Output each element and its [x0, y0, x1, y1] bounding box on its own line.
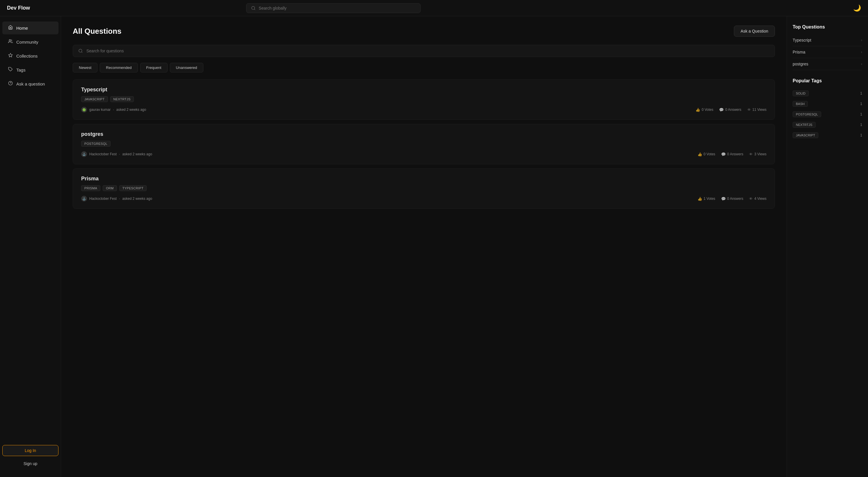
- comment-icon: 💬: [719, 107, 724, 112]
- vote-count: 0 Votes: [702, 107, 713, 112]
- tag-badge[interactable]: PRISMA: [81, 185, 100, 191]
- view-stat: 👁 11 Views: [747, 107, 767, 112]
- question-card[interactable]: postgres POSTGRESQL ⚓ Hackoctober Fest ·…: [73, 124, 775, 164]
- question-card[interactable]: Typescript JAVASCRIPT NEXTRTJS 🟢 gaurav …: [73, 80, 775, 120]
- sidebar-item-tags[interactable]: Tags: [2, 63, 59, 76]
- question-search-bar[interactable]: [73, 45, 775, 57]
- popular-tags-section: Popular Tags SOLID 1 BASH 1 POSTGRESQL 1…: [793, 78, 862, 140]
- view-count: 3 Views: [754, 152, 767, 156]
- svg-point-0: [252, 6, 255, 9]
- popular-tag-item: BASH 1: [793, 99, 862, 109]
- question-asked-time: asked 2 weeks ago: [122, 152, 152, 156]
- vote-stat: 👍 1 Votes: [698, 197, 715, 201]
- popular-tag-count: 1: [860, 133, 862, 137]
- answer-count: 0 Answers: [727, 197, 743, 201]
- sidebar-item-collections[interactable]: Collections: [2, 50, 59, 62]
- question-title: Typescript: [81, 87, 767, 93]
- vote-stat: 👍 0 Votes: [695, 107, 713, 112]
- top-question-item[interactable]: Typescript ›: [793, 34, 862, 46]
- tag-badge[interactable]: TYPESCRIPT: [119, 185, 147, 191]
- view-stat: 👁 3 Views: [749, 152, 767, 157]
- tag-badge[interactable]: ORM: [103, 185, 117, 191]
- page-title: All Questions: [73, 27, 122, 36]
- vote-count: 1 Votes: [704, 197, 715, 201]
- ask-question-icon: [8, 81, 13, 87]
- sidebar-bottom: Log In Sign up: [0, 442, 61, 472]
- popular-tag-item: NEXTRTJS 1: [793, 120, 862, 130]
- author-avatar: 🟢: [81, 107, 87, 113]
- right-sidebar: Top Questions Typescript › Prisma › post…: [786, 16, 868, 477]
- popular-tag-badge[interactable]: NEXTRTJS: [793, 122, 816, 128]
- main-content: All Questions Ask a Question Newest Reco…: [61, 16, 786, 477]
- popular-tag-badge[interactable]: JAVASCRIPT: [793, 132, 818, 138]
- svg-line-1: [254, 9, 255, 10]
- sidebar-item-home-label: Home: [16, 26, 28, 31]
- tag-badge[interactable]: NEXTRTJS: [110, 96, 134, 102]
- top-question-item[interactable]: postgres ›: [793, 58, 862, 70]
- svg-marker-3: [8, 53, 12, 57]
- theme-toggle-button[interactable]: 🌙: [853, 4, 861, 12]
- main-layout: Home Community Collections Tags Ask a qu…: [0, 16, 868, 477]
- question-tags-row: PRISMA ORM TYPESCRIPT: [81, 185, 767, 191]
- svg-line-8: [82, 52, 82, 53]
- filter-tab-frequent[interactable]: Frequent: [140, 63, 167, 72]
- question-card[interactable]: Prisma PRISMA ORM TYPESCRIPT ⚓ Hackoctob…: [73, 168, 775, 209]
- question-asked-time: asked 2 weeks ago: [116, 107, 146, 112]
- author-avatar: ⚓: [81, 196, 87, 201]
- question-meta: 🟢 gaurav kumar · asked 2 weeks ago 👍 0 V…: [81, 107, 767, 113]
- vote-stat: 👍 0 Votes: [698, 152, 715, 157]
- author-name: Hackoctober Fest: [89, 197, 117, 201]
- popular-tag-count: 1: [860, 112, 862, 116]
- answer-count: 0 Answers: [727, 152, 743, 156]
- question-author: ⚓ Hackoctober Fest · asked 2 weeks ago: [81, 196, 152, 201]
- question-title: Prisma: [81, 176, 767, 182]
- tag-badge[interactable]: POSTGRESQL: [81, 141, 111, 147]
- popular-tag-item: POSTGRESQL 1: [793, 109, 862, 120]
- svg-point-2: [9, 39, 10, 41]
- left-sidebar: Home Community Collections Tags Ask a qu…: [0, 16, 61, 477]
- collections-icon: [8, 53, 13, 59]
- signup-button[interactable]: Sign up: [2, 458, 59, 469]
- view-stat: 👁 4 Views: [749, 197, 767, 201]
- filter-tab-newest[interactable]: Newest: [73, 63, 97, 72]
- eye-icon: 👁: [749, 152, 753, 157]
- popular-tags-title: Popular Tags: [793, 78, 862, 84]
- top-question-label: postgres: [793, 62, 808, 66]
- filter-tab-unanswered[interactable]: Unanswered: [170, 63, 203, 72]
- view-count: 4 Views: [754, 197, 767, 201]
- popular-tag-count: 1: [860, 91, 862, 95]
- question-stats: 👍 0 Votes 💬 0 Answers 👁 3 Views: [698, 152, 767, 157]
- sidebar-item-ask-question[interactable]: Ask a question: [2, 77, 59, 90]
- search-icon: [251, 6, 256, 10]
- question-search-input[interactable]: [86, 49, 769, 53]
- comment-icon: 💬: [721, 152, 726, 157]
- global-search-bar[interactable]: [246, 3, 421, 13]
- top-navigation: Dev Flow 🌙: [0, 0, 868, 16]
- thumbs-up-icon: 👍: [698, 152, 702, 157]
- filter-tab-recommended[interactable]: Recommended: [100, 63, 137, 72]
- question-stats: 👍 1 Votes 💬 0 Answers 👁 4 Views: [698, 197, 767, 201]
- community-icon: [8, 39, 13, 45]
- sidebar-item-home[interactable]: Home: [2, 22, 59, 34]
- login-button[interactable]: Log In: [2, 445, 59, 456]
- home-icon: [8, 25, 13, 31]
- top-question-item[interactable]: Prisma ›: [793, 46, 862, 58]
- sidebar-item-collections-label: Collections: [16, 54, 37, 59]
- popular-tag-badge[interactable]: POSTGRESQL: [793, 112, 821, 117]
- ask-question-button[interactable]: Ask a Question: [734, 26, 775, 37]
- question-title: postgres: [81, 131, 767, 137]
- question-meta: ⚓ Hackoctober Fest · asked 2 weeks ago 👍…: [81, 151, 767, 157]
- tag-badge[interactable]: JAVASCRIPT: [81, 96, 108, 102]
- chevron-right-icon: ›: [861, 62, 862, 66]
- sidebar-item-ask-label: Ask a question: [16, 82, 45, 86]
- popular-tag-badge[interactable]: BASH: [793, 101, 808, 107]
- answer-count: 0 Answers: [725, 107, 741, 112]
- eye-icon: 👁: [747, 107, 751, 112]
- app-logo: Dev Flow: [7, 5, 30, 11]
- question-search-icon: [78, 49, 83, 53]
- question-sep: ·: [119, 197, 120, 201]
- thumbs-up-icon: 👍: [695, 107, 700, 112]
- popular-tag-badge[interactable]: SOLID: [793, 91, 809, 96]
- sidebar-item-community[interactable]: Community: [2, 35, 59, 48]
- global-search-input[interactable]: [258, 6, 416, 10]
